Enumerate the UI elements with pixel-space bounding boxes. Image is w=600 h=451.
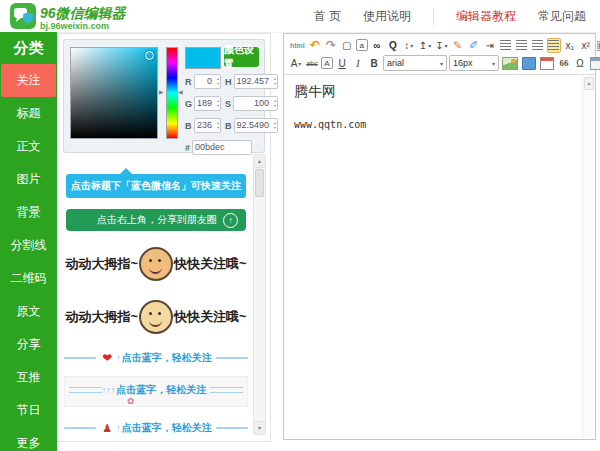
hue-slider[interactable] — [166, 47, 178, 139]
sidebar-item-7[interactable]: 二维码 — [0, 262, 57, 295]
editor-content[interactable]: 腾牛网 www.qqtn.com ▴ — [284, 75, 595, 439]
special-char-icon[interactable]: Ω — [573, 56, 587, 71]
editor-panel: html↶↷▢a∞Q↕▾↥▾↧▾✎✐⇥x₁x²▣ A▾abcAUIBarial▾… — [283, 33, 596, 440]
indent-icon[interactable]: ⇥ — [483, 38, 497, 53]
strikethrough-icon[interactable]: abc — [305, 56, 319, 71]
cartoon-text-right: 快快关注哦~ — [174, 255, 247, 273]
spinner-icon[interactable]: ▴▾ — [217, 76, 219, 86]
logo[interactable]: 96微信编辑器 bj.96weixin.com — [10, 3, 126, 33]
scroll-thumb[interactable] — [255, 169, 264, 197]
content-line-2[interactable]: www.qqtn.com — [294, 119, 573, 130]
sidebar-item-5[interactable]: 背景 — [0, 196, 57, 229]
sidebar-items: 关注标题正文图片背景分割线二维码原文分享互推节日更多 — [0, 64, 57, 451]
sidebar-item-2[interactable]: 标题 — [0, 97, 57, 130]
html-source-icon[interactable]: html — [289, 38, 306, 53]
color-field-r: R0▴▾ — [185, 74, 221, 89]
color-input-h[interactable]: 192.457▴▾ — [234, 74, 279, 89]
underline-icon[interactable]: U — [335, 56, 349, 71]
color-input-r[interactable]: 0▴▾ — [194, 74, 222, 89]
template-item-4[interactable]: 动动大拇指~快快关注哦~ — [64, 297, 248, 337]
color-settings-button[interactable]: 颜色设置 — [224, 47, 259, 67]
template-item-2[interactable]: 点击右上角，分享到朋友圈↑ — [66, 209, 246, 231]
spinner-icon[interactable]: ▴▾ — [217, 120, 219, 130]
superscript-icon[interactable]: x² — [579, 38, 593, 53]
sidebar-header: 分类 — [0, 32, 57, 64]
spinner-icon[interactable]: ▴▾ — [274, 120, 276, 130]
nav-item-2[interactable]: 使用说明 — [363, 8, 411, 25]
sidebar-item-4[interactable]: 图片 — [0, 163, 57, 196]
insert-table-icon[interactable] — [539, 56, 555, 71]
fullscreen-preview-icon[interactable]: ▣ — [595, 38, 600, 53]
sv-selector-handle[interactable] — [145, 51, 154, 60]
figure-icon: ♟ — [102, 422, 112, 434]
template-list-scrollbar[interactable]: ▴ ▾ — [253, 154, 266, 435]
sidebar-item-8[interactable]: 原文 — [0, 295, 57, 328]
new-document-icon[interactable]: ▢ — [340, 38, 354, 53]
replace-icon[interactable]: Q — [386, 38, 400, 53]
font-family-select-value: arial — [387, 58, 404, 68]
subscript-icon[interactable]: x₁ — [563, 38, 577, 53]
nav-item-3[interactable]: 编辑器教程 — [433, 8, 516, 25]
insert-media-icon[interactable] — [521, 56, 537, 71]
format-painter-icon[interactable]: ✎ — [451, 38, 465, 53]
insert-date-icon[interactable] — [589, 56, 600, 71]
template-item-1[interactable]: 点击标题下「蓝色微信名」可快速关注 — [66, 174, 246, 198]
hue-arrow-right-icon: ◀ — [178, 88, 183, 95]
color-input-s[interactable]: 100▴▾ — [233, 96, 278, 111]
saturation-brightness-square[interactable] — [70, 47, 158, 139]
font-size-select[interactable]: 16px▾ — [449, 55, 499, 71]
sidebar-item-11[interactable]: 节日 — [0, 394, 57, 427]
content-line-1[interactable]: 腾牛网 — [294, 83, 573, 101]
editor-scrollbar[interactable]: ▴ — [582, 75, 595, 439]
template-item-7[interactable]: ♟↑点击蓝字，轻松关注 — [64, 419, 248, 437]
template-item-6[interactable]: ↑↑↑点击蓝字，轻松关注✿ — [64, 376, 248, 407]
font-family-select[interactable]: arial▾ — [383, 55, 447, 71]
toolbar-row-2: A▾abcAUIBarial▾16px▾66Ω — [284, 54, 595, 72]
line-spacing-icon[interactable]: ↕▾ — [402, 38, 416, 53]
circle-up-arrow-icon: ↑ — [223, 213, 238, 228]
font-color-icon[interactable]: A▾ — [289, 56, 303, 71]
color-input-b2[interactable]: 92.5490▴▾ — [234, 118, 279, 133]
color-input-g[interactable]: 189▴▾ — [194, 96, 221, 111]
sidebar-item-12[interactable]: 更多 — [0, 427, 57, 451]
template-item-5[interactable]: ❤↑点击蓝字，轻松关注 — [64, 349, 248, 367]
bold-icon[interactable]: B — [367, 56, 381, 71]
template-list: 点击标题下「蓝色微信名」可快速关注点击右上角，分享到朋友圈↑动动大拇指~快快关注… — [64, 152, 248, 437]
eraser-icon[interactable]: ✐ — [467, 38, 481, 53]
divider-text: 点击蓝字，轻松关注 — [116, 383, 206, 397]
insert-image-icon[interactable] — [501, 56, 519, 71]
header: 96微信编辑器 bj.96weixin.com 首 页使用说明编辑器教程常见问题 — [0, 0, 600, 33]
template-item-3[interactable]: 动动大拇指~快快关注哦~ — [64, 244, 248, 284]
align-justify-icon[interactable] — [547, 38, 561, 53]
cartoon-text-left: 动动大拇指~ — [65, 308, 138, 326]
align-right-icon[interactable] — [531, 38, 545, 53]
color-input-b[interactable]: 236▴▾ — [194, 118, 222, 133]
italic-icon[interactable]: I — [351, 56, 365, 71]
auto-typeset-icon[interactable]: a — [356, 39, 368, 51]
scroll-up-button[interactable]: ▴ — [254, 155, 265, 168]
find-icon[interactable]: ∞ — [370, 38, 384, 53]
scroll-down-button[interactable]: ▾ — [254, 421, 265, 434]
editor-content-text[interactable]: 腾牛网 www.qqtn.com — [284, 75, 583, 439]
sidebar-item-3[interactable]: 正文 — [0, 130, 57, 163]
thumb-cartoon-icon — [139, 247, 173, 281]
sidebar-item-1[interactable]: 关注 — [1, 64, 56, 97]
align-center-icon[interactable] — [515, 38, 529, 53]
sidebar-item-10[interactable]: 互推 — [0, 361, 57, 394]
blockquote-icon[interactable]: 66 — [557, 56, 571, 71]
sidebar-item-9[interactable]: 分享 — [0, 328, 57, 361]
top-spacing-icon[interactable]: ↥▾ — [418, 38, 432, 53]
nav-item-4[interactable]: 常见问题 — [538, 8, 586, 25]
editor-scroll-up-button[interactable]: ▴ — [584, 77, 594, 90]
background-color-icon[interactable]: A — [321, 57, 333, 69]
undo-icon[interactable]: ↶ — [308, 38, 322, 53]
nav-item-1[interactable]: 首 页 — [314, 8, 341, 25]
bottom-spacing-icon[interactable]: ↧▾ — [434, 38, 448, 53]
top-nav: 首 页使用说明编辑器教程常见问题 — [314, 0, 586, 32]
spinner-icon[interactable]: ▴▾ — [274, 76, 276, 86]
spinner-icon[interactable]: ▴▾ — [274, 98, 276, 108]
spinner-icon[interactable]: ▴▾ — [217, 98, 219, 108]
sidebar-item-6[interactable]: 分割线 — [0, 229, 57, 262]
align-left-icon[interactable] — [499, 38, 513, 53]
redo-icon[interactable]: ↷ — [324, 38, 338, 53]
